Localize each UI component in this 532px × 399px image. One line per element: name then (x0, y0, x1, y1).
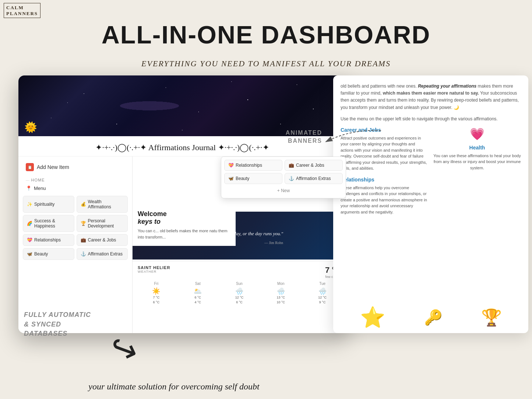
dropdown-affirmation[interactable]: ⚓ Affirmation Extras (285, 173, 343, 184)
weather-days: Fri ☀️ 7 °C 6 °C Sat 🌥️ 6 °C (138, 282, 341, 304)
right-main-panel: 💝 Relationships 💼 Career & Jobs 🦋 Beauty (133, 156, 346, 333)
curved-arrow: ↩ (106, 329, 143, 370)
menu-item-success[interactable]: 🌈 Success & Happiness (23, 215, 74, 232)
health-text: You can use these affirmations to heal y… (433, 153, 521, 171)
dropdown-row-2: 🦋 Beauty ⚓ Affirmation Extras (224, 173, 343, 184)
bottom-tagline: your ultimate solution for overcoming se… (18, 382, 330, 392)
weather-day-sat: Sat 🌥️ 6 °C 4 °C (179, 282, 216, 304)
menu-label: 📍 Menu (23, 184, 128, 193)
right-info-panel: old beliefs and patterns with new ones. … (333, 75, 528, 333)
weather-card: SAINT HELIER WEATHER 7 °C few clouds Fri… (133, 261, 346, 333)
weather-header: SAINT HELIER WEATHER 7 °C few clouds (138, 265, 341, 279)
menu-item-relationships[interactable]: 💝 Relationships (23, 234, 74, 246)
menu-item-affirmation-extras[interactable]: ⚓ Affirmation Extras (77, 248, 128, 260)
menu-item-personal[interactable]: 🏆 Personal Development (77, 215, 128, 232)
welcome-overlay: Welcome keys to You can c... old beliefs… (133, 204, 236, 246)
logo-line2: PLANNERS (6, 11, 38, 16)
animated-label: ANIMATED BANNERS (286, 129, 322, 145)
home-label: ··· HOME (23, 176, 128, 184)
category-relationships: Relationships These affirmations help yo… (341, 177, 428, 215)
menu-grid: ✨ Spirituality 💰 Wealth Affirmations 🌈 S… (23, 196, 128, 260)
dropdown-beauty[interactable]: 🦋 Beauty (224, 173, 282, 184)
dashboard-content: ✦·+·.·)◯(·.+·✦ Affirmations Journal ✦·+·… (18, 136, 346, 333)
menu-item-beauty[interactable]: 🦋 Beauty (23, 248, 74, 260)
add-button-label: Add New Item (37, 164, 69, 170)
relationships-title: Relationships (341, 177, 428, 183)
weather-day-mon: Mon 🌧️ 13 °C 10 °C (262, 282, 299, 304)
logo: CALM PLANNERS (4, 3, 40, 18)
dashboard-mockup: 🌞 ✦·+·.·)◯(·.+·✦ Affirmations Journal ✦·… (18, 75, 346, 333)
dropdown-overlay: 💝 Relationships 💼 Career & Jobs 🦋 Beauty (221, 156, 346, 198)
right-nav-text: Use the menu on the upper left side to n… (341, 116, 521, 123)
galaxy-banner: 🌞 (18, 75, 346, 136)
two-panel: 📋 Add New Item ··· HOME 📍 Menu ✨ Spiritu… (18, 156, 346, 333)
welcome-text: You can c... old beliefs makes the more … (138, 228, 230, 240)
menu-item-career[interactable]: 💼 Career & Jobs (77, 234, 128, 246)
weather-subtitle: WEATHER (138, 270, 170, 273)
welcome-title: Welcome keys to (138, 210, 230, 226)
menu-item-wealth[interactable]: 💰 Wealth Affirmations (77, 196, 128, 213)
logo-line1: CALM (6, 5, 24, 10)
dropdown-new[interactable]: + New (224, 186, 343, 195)
left-sidebar: 📋 Add New Item ··· HOME 📍 Menu ✨ Spiritu… (18, 156, 133, 333)
weather-location: SAINT HELIER (138, 265, 170, 270)
category-health: Health You can use these affirmations to… (433, 145, 521, 171)
star-emoji: ⭐ (360, 306, 385, 329)
weather-day-fri: Fri ☀️ 7 °C 6 °C (138, 282, 175, 304)
heart-icon: 💗 (433, 127, 521, 141)
dropdown-row-1: 💝 Relationships 💼 Career & Jobs (224, 160, 343, 171)
add-new-icon: 📋 (26, 163, 34, 171)
sun-icon: 🌞 (24, 121, 37, 133)
relationships-text: These affirmations help you overcome cha… (341, 185, 428, 215)
weather-day-sun: Sun 🌧️ 12 °C 6 °C (221, 282, 258, 304)
right-intro-text: old beliefs and patterns with new ones. … (341, 83, 521, 111)
key-emoji: 🔑 (424, 309, 443, 326)
add-new-item-button[interactable]: 📋 Add New Item (23, 161, 72, 173)
auto-label: FULLY AUTOMATIC & SYNCED DATABASES (24, 310, 91, 338)
dropdown-career[interactable]: 💼 Career & Jobs (285, 160, 343, 171)
menu-item-spirituality[interactable]: ✨ Spirituality (23, 196, 74, 213)
subtitle: EVERYTHING YOU NEED TO MANIFEST ALL YOUR… (0, 59, 532, 68)
dashed-arrow-svg (322, 125, 388, 147)
health-title: Health (433, 145, 521, 151)
dropdown-relationships[interactable]: 💝 Relationships (224, 160, 282, 171)
main-title: ALL-IN-ONE DASHBOARD (0, 20, 532, 49)
trophy-emoji: 🏆 (481, 308, 502, 327)
